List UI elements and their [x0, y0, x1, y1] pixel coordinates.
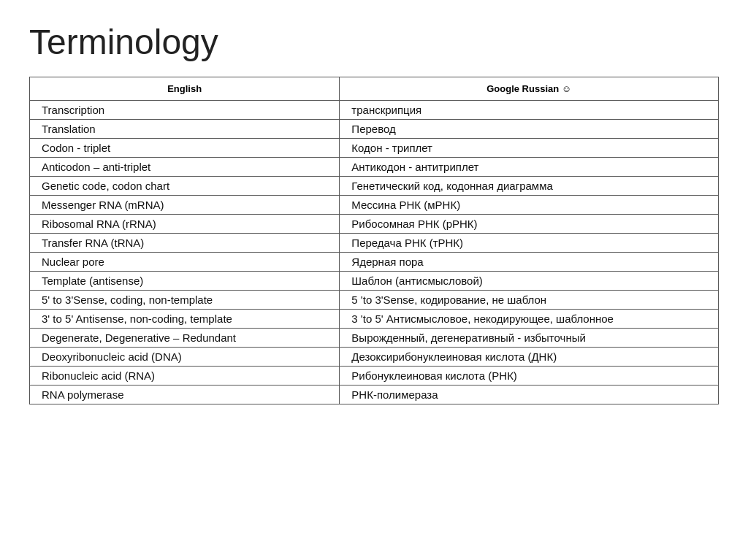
english-term: 5' to 3'Sense, coding, non-template — [30, 291, 340, 310]
russian-term: Вырожденный, дегенеративный - избыточный — [340, 329, 719, 348]
english-term: Transfer RNA (tRNA) — [30, 234, 340, 253]
russian-term: РНК-полимераза — [340, 386, 719, 404]
table-row: Ribonucleic acid (RNA)Рибонуклеиновая ки… — [30, 367, 719, 386]
english-term: Codon - triplet — [30, 139, 340, 158]
russian-term: Рибосомная РНК (рРНК) — [340, 215, 719, 234]
table-row: Ribosomal RNA (rRNA)Рибосомная РНК (рРНК… — [30, 215, 719, 234]
english-term: Degenerate, Degenerative – Redundant — [30, 329, 340, 348]
table-row: Codon - tripletКодон - триплет — [30, 139, 719, 158]
english-term: Translation — [30, 120, 340, 139]
english-term: Transcription — [30, 101, 340, 120]
table-row: Degenerate, Degenerative – RedundantВыро… — [30, 329, 719, 348]
russian-term: Перевод — [340, 120, 719, 139]
english-term: 3' to 5' Antisense, non-coding, template — [30, 310, 340, 329]
table-row: Deoxyribonucleic acid (DNA)Дезоксирибону… — [30, 348, 719, 367]
table-row: 3' to 5' Antisense, non-coding, template… — [30, 310, 719, 329]
header-russian: Google Russian ☺ — [340, 77, 719, 101]
russian-term: 5 'to 3'Sense, кодирование, не шаблон — [340, 291, 719, 310]
english-term: Ribosomal RNA (rRNA) — [30, 215, 340, 234]
english-term: Messenger RNA (mRNA) — [30, 196, 340, 215]
table-row: Template (antisense)Шаблон (антисмыслово… — [30, 272, 719, 291]
table-row: Messenger RNA (mRNA)Мессина РНК (мРНК) — [30, 196, 719, 215]
russian-term: Кодон - триплет — [340, 139, 719, 158]
table-row: 5' to 3'Sense, coding, non-template5 'to… — [30, 291, 719, 310]
table-row: Transcriptionтранскрипция — [30, 101, 719, 120]
english-term: Template (antisense) — [30, 272, 340, 291]
russian-term: Антикодон - антитриплет — [340, 158, 719, 177]
english-term: Deoxyribonucleic acid (DNA) — [30, 348, 340, 367]
russian-term: транскрипция — [340, 101, 719, 120]
russian-term: Ядерная пора — [340, 253, 719, 272]
table-header-row: English Google Russian ☺ — [30, 77, 719, 101]
russian-term: Шаблон (антисмысловой) — [340, 272, 719, 291]
english-term: Anticodon – anti-triplet — [30, 158, 340, 177]
table-row: Transfer RNA (tRNA)Передача РНК (тРНК) — [30, 234, 719, 253]
page-title: Terminology — [29, 22, 719, 62]
table-row: TranslationПеревод — [30, 120, 719, 139]
english-term: Nuclear pore — [30, 253, 340, 272]
russian-term: Рибонуклеиновая кислота (РНК) — [340, 367, 719, 386]
table-row: RNA polymeraseРНК-полимераза — [30, 386, 719, 404]
english-term: Ribonucleic acid (RNA) — [30, 367, 340, 386]
table-row: Nuclear poreЯдерная пора — [30, 253, 719, 272]
table-row: Genetic code, codon chartГенетический ко… — [30, 177, 719, 196]
table-row: Anticodon – anti-tripletАнтикодон - анти… — [30, 158, 719, 177]
russian-term: Генетический код, кодонная диаграмма — [340, 177, 719, 196]
english-term: RNA polymerase — [30, 386, 340, 404]
russian-term: Передача РНК (тРНК) — [340, 234, 719, 253]
header-english: English — [30, 77, 340, 101]
russian-term: Дезоксирибонуклеиновая кислота (ДНК) — [340, 348, 719, 367]
english-term: Genetic code, codon chart — [30, 177, 340, 196]
russian-term: 3 'to 5' Антисмысловое, некодирующее, ша… — [340, 310, 719, 329]
russian-term: Мессина РНК (мРНК) — [340, 196, 719, 215]
terminology-table: English Google Russian ☺ Transcriptionтр… — [29, 77, 719, 404]
